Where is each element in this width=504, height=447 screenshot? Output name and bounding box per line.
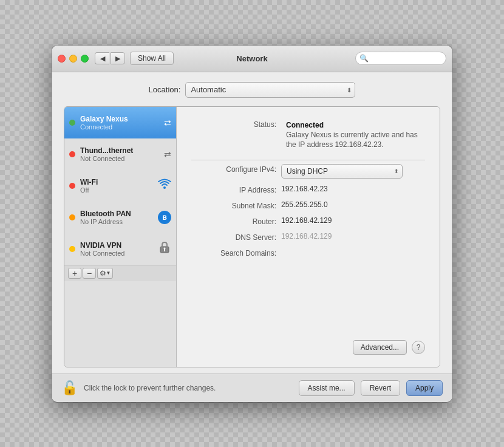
minimize-button[interactable] bbox=[69, 55, 77, 63]
status-description: Galaxy Nexus is currently active and has… bbox=[286, 130, 425, 151]
sidebar-item-wifi[interactable]: Wi-Fi Off bbox=[64, 170, 176, 202]
ip-value: 192.168.42.23 bbox=[281, 185, 328, 193]
configure-select[interactable]: Using DHCP bbox=[281, 164, 403, 179]
network-info: NVIDIA VPN Not Connected bbox=[80, 241, 155, 257]
help-button[interactable]: ? bbox=[412, 341, 425, 354]
configure-select-wrapper: Using DHCP bbox=[281, 164, 403, 179]
status-field-label: Status: bbox=[191, 119, 276, 129]
status-dot-orange bbox=[69, 214, 75, 220]
assist-me-button[interactable]: Assist me... bbox=[299, 380, 355, 396]
traffic-lights bbox=[58, 55, 89, 63]
network-info: Galaxy Nexus Connected bbox=[80, 115, 162, 131]
window-title: Network bbox=[236, 54, 267, 63]
status-row: Status: Connected Galaxy Nexus is curren… bbox=[191, 119, 425, 151]
sidebar-toolbar: + − ⚙ ▼ bbox=[64, 265, 176, 281]
svg-point-0 bbox=[163, 186, 166, 189]
search-domains-row: Search Domains: bbox=[191, 248, 425, 258]
status-dot-green bbox=[69, 120, 75, 126]
arrows-icon: ⇄ bbox=[164, 149, 171, 159]
main-content: Location: Automatic Galaxy Nexus Connect… bbox=[52, 72, 452, 374]
titlebar: ◀ ▶ Show All Network 🔍 bbox=[52, 46, 452, 72]
gear-button[interactable]: ⚙ ▼ bbox=[97, 268, 113, 279]
status-dot-yellow bbox=[69, 246, 75, 252]
apply-button[interactable]: Apply bbox=[406, 380, 443, 396]
sidebar-item-galaxy-nexus[interactable]: Galaxy Nexus Connected ⇄ bbox=[64, 107, 176, 138]
svg-point-3 bbox=[164, 248, 166, 250]
subnet-value: 255.255.255.0 bbox=[281, 200, 328, 209]
network-status: Off bbox=[80, 186, 155, 194]
remove-network-button[interactable]: − bbox=[83, 268, 96, 279]
detail-panel: Status: Connected Galaxy Nexus is curren… bbox=[177, 107, 440, 367]
network-name: NVIDIA VPN bbox=[80, 241, 155, 250]
sidebar-item-thunderbolt[interactable]: Thund...thernet Not Connected ⇄ bbox=[64, 138, 176, 170]
network-info: Bluetooth PAN No IP Address bbox=[80, 210, 158, 225]
location-select-wrapper: Automatic bbox=[185, 82, 355, 98]
lock-icon bbox=[158, 241, 171, 257]
configure-ipv4-row: Configure IPv4: Using DHCP bbox=[191, 164, 425, 179]
location-select[interactable]: Automatic bbox=[185, 82, 355, 98]
network-status: Connected bbox=[80, 123, 162, 131]
router-value: 192.168.42.129 bbox=[281, 216, 332, 225]
dns-value: 192.168.42.129 bbox=[281, 232, 332, 241]
status-dot-red bbox=[69, 183, 75, 189]
network-status: Not Connected bbox=[80, 155, 162, 162]
nav-buttons: ◀ ▶ bbox=[95, 52, 125, 64]
network-name: Wi-Fi bbox=[80, 178, 155, 186]
router-row: Router: 192.168.42.129 bbox=[191, 216, 425, 226]
status-value: Connected bbox=[286, 121, 324, 129]
split-view: Galaxy Nexus Connected ⇄ Thund...thernet… bbox=[64, 106, 440, 367]
arrows-icon: ⇄ bbox=[164, 118, 171, 128]
dns-label: DNS Server: bbox=[191, 232, 276, 242]
show-all-button[interactable]: Show All bbox=[130, 52, 174, 65]
network-status: No IP Address bbox=[80, 218, 158, 225]
ip-address-row: IP Address: 192.168.42.23 bbox=[191, 185, 425, 194]
bottom-bar: 🔓 Click the lock to prevent further chan… bbox=[52, 374, 452, 402]
router-label: Router: bbox=[191, 216, 276, 226]
close-button[interactable] bbox=[58, 55, 66, 63]
revert-button[interactable]: Revert bbox=[361, 380, 400, 396]
network-name: Bluetooth PAN bbox=[80, 210, 158, 218]
bluetooth-icon: ʙ bbox=[158, 211, 171, 224]
network-name: Galaxy Nexus bbox=[80, 115, 162, 123]
search-icon: 🔍 bbox=[359, 54, 369, 63]
network-info: Wi-Fi Off bbox=[80, 178, 155, 194]
location-row: Location: Automatic bbox=[64, 82, 440, 98]
configure-label: Configure IPv4: bbox=[191, 164, 276, 174]
add-network-button[interactable]: + bbox=[68, 268, 81, 279]
wifi-icon bbox=[158, 179, 171, 193]
network-name: Thund...thernet bbox=[80, 146, 162, 155]
divider bbox=[191, 160, 425, 160]
subnet-label: Subnet Mask: bbox=[191, 200, 276, 210]
advanced-row: Advanced... ? bbox=[191, 340, 425, 355]
sidebar-item-bluetooth-pan[interactable]: Bluetooth PAN No IP Address ʙ bbox=[64, 202, 176, 233]
subnet-mask-row: Subnet Mask: 255.255.255.0 bbox=[191, 200, 425, 210]
search-domains-label: Search Domains: bbox=[191, 248, 276, 258]
back-button[interactable]: ◀ bbox=[95, 52, 109, 64]
network-window: ◀ ▶ Show All Network 🔍 Location: Automat… bbox=[52, 46, 452, 402]
location-label: Location: bbox=[149, 85, 181, 94]
network-info: Thund...thernet Not Connected bbox=[80, 146, 162, 162]
search-box: 🔍 bbox=[355, 52, 446, 65]
forward-button[interactable]: ▶ bbox=[111, 52, 125, 64]
network-sidebar: Galaxy Nexus Connected ⇄ Thund...thernet… bbox=[64, 107, 177, 367]
lock-icon[interactable]: 🔓 bbox=[61, 380, 78, 396]
search-input[interactable] bbox=[355, 52, 446, 65]
network-status: Not Connected bbox=[80, 250, 155, 257]
status-dot-red bbox=[69, 151, 75, 157]
dns-server-row: DNS Server: 192.168.42.129 bbox=[191, 232, 425, 242]
lock-text: Click the lock to prevent further change… bbox=[84, 384, 293, 392]
sidebar-item-nvidia-vpn[interactable]: NVIDIA VPN Not Connected bbox=[64, 233, 176, 265]
maximize-button[interactable] bbox=[81, 55, 89, 63]
advanced-button[interactable]: Advanced... bbox=[353, 340, 407, 355]
ip-label: IP Address: bbox=[191, 185, 276, 194]
